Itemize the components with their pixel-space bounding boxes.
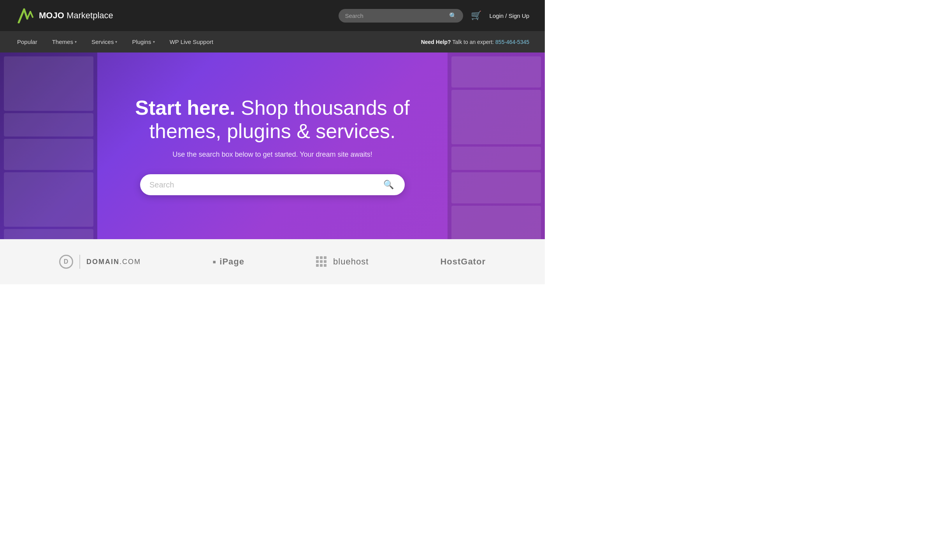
- hero-bg-right: [448, 52, 545, 239]
- header: MOJO Marketplace 🔍 🛒 Login / Sign Up: [0, 0, 545, 31]
- partner-ipage: ▪ iPage: [212, 256, 244, 268]
- domain-icon: D: [59, 255, 73, 269]
- divider: [79, 255, 80, 269]
- chevron-down-icon: ▾: [75, 40, 77, 44]
- hero-thumb: [451, 147, 541, 170]
- nav-item-popular[interactable]: Popular: [16, 32, 39, 51]
- nav-links: Popular Themes ▾ Services ▾ Plugins ▾ WP…: [16, 32, 215, 51]
- hero-thumb: [451, 56, 541, 88]
- header-search[interactable]: 🔍: [339, 9, 463, 23]
- partners-section: D DOMAIN.COM ▪ iPage bluehost HostGator: [0, 239, 545, 284]
- partner-hostgator: HostGator: [440, 257, 486, 267]
- hero-thumb: [4, 229, 93, 239]
- header-search-input[interactable]: [345, 12, 449, 19]
- partner-bluehost: bluehost: [316, 256, 369, 267]
- domain-label: DOMAIN.COM: [86, 258, 141, 266]
- ipage-label: iPage: [219, 257, 244, 267]
- search-icon: 🔍: [383, 180, 394, 189]
- hero-thumb: [4, 113, 93, 136]
- header-right: 🔍 🛒 Login / Sign Up: [339, 9, 529, 23]
- nav: Popular Themes ▾ Services ▾ Plugins ▾ WP…: [0, 31, 545, 52]
- hero-section: Start here. Shop thousands of themes, pl…: [0, 52, 545, 239]
- ipage-icon: ▪: [212, 256, 216, 268]
- logo-text: MOJO Marketplace: [39, 10, 113, 21]
- hero-bg-left: [0, 52, 97, 239]
- hero-search-button[interactable]: 🔍: [382, 180, 395, 190]
- nav-item-services[interactable]: Services ▾: [90, 32, 119, 51]
- nav-item-wplive[interactable]: WP Live Support: [168, 32, 215, 51]
- logo[interactable]: MOJO Marketplace: [16, 8, 113, 23]
- hero-thumb: [4, 56, 93, 111]
- bluehost-label: bluehost: [333, 257, 369, 267]
- login-signup-link[interactable]: Login / Sign Up: [489, 12, 529, 19]
- svg-line-0: [19, 9, 24, 23]
- hero-thumb: [451, 90, 541, 144]
- hero-thumb: [451, 172, 541, 203]
- cart-icon[interactable]: 🛒: [471, 10, 481, 21]
- nav-item-themes[interactable]: Themes ▾: [51, 32, 78, 51]
- svg-line-1: [24, 9, 27, 19]
- hero-thumb: [451, 206, 541, 239]
- svg-line-2: [27, 12, 30, 19]
- hero-content: Start here. Shop thousands of themes, pl…: [113, 89, 432, 203]
- hero-thumb: [4, 172, 93, 227]
- nav-help: Need Help? Talk to an expert: 855-464-53…: [421, 39, 529, 45]
- search-icon: 🔍: [449, 12, 457, 19]
- partner-domain: D DOMAIN.COM: [59, 255, 141, 269]
- nav-item-plugins[interactable]: Plugins ▾: [130, 32, 156, 51]
- svg-line-3: [30, 12, 33, 17]
- logo-icon: [16, 8, 35, 23]
- hero-search-input[interactable]: [149, 180, 382, 189]
- chevron-down-icon: ▾: [153, 40, 155, 44]
- bluehost-icon: [316, 256, 327, 267]
- hero-search-bar[interactable]: 🔍: [140, 174, 405, 195]
- hero-thumb: [4, 139, 93, 170]
- chevron-down-icon: ▾: [115, 40, 117, 44]
- hero-title: Start here. Shop thousands of themes, pl…: [121, 96, 424, 143]
- hostgator-label: HostGator: [440, 257, 486, 267]
- hero-subtitle: Use the search box below to get started.…: [121, 150, 424, 159]
